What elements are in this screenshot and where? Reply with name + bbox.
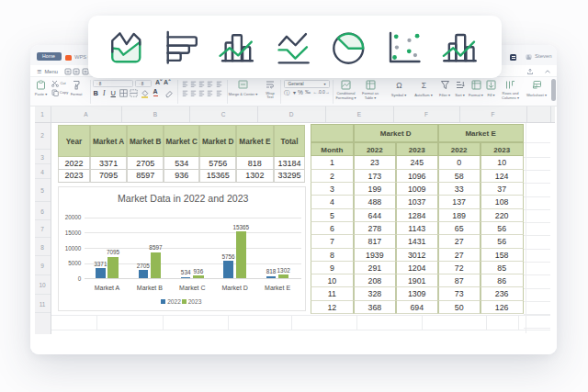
- svg-text:Σ: Σ: [421, 81, 425, 90]
- svg-text:Ω: Ω: [396, 81, 401, 90]
